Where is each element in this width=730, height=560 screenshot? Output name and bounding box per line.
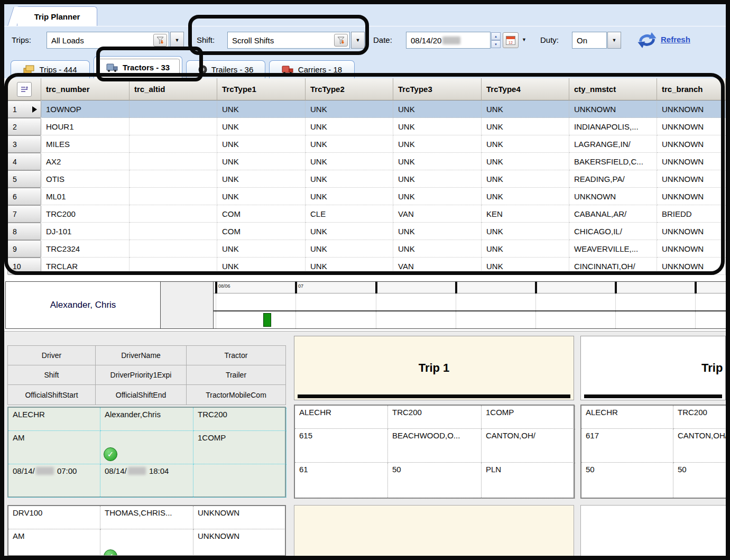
cell-TrcType2[interactable]: UNK — [306, 100, 393, 118]
row-number[interactable]: 8 — [7, 223, 41, 240]
cell-TrcType4[interactable]: UNK — [482, 258, 569, 275]
driver-card-2[interactable]: DRV100THOMAS,CHRIS...UNKNOWNAM✓UNKNOWN — [7, 505, 286, 556]
driver-card-cell[interactable]: 08/14/ 07:00 — [8, 464, 100, 498]
trip-card-cell[interactable]: 50 — [581, 463, 673, 499]
cell-TrcType2[interactable]: UNK — [306, 188, 393, 205]
driver-card-cell[interactable]: ✓ — [100, 529, 193, 556]
trip-card-cell[interactable]: BEACHWOOD,O... — [388, 429, 482, 463]
filter-funnel-icon[interactable] — [153, 34, 167, 47]
table-row[interactable]: 4AX2UNKUNKUNKUNKBAKERSFIELD,C...UNKNOWN — [7, 153, 726, 170]
driver-card-cell[interactable]: DRV100 — [8, 506, 100, 529]
cell-TrcType2[interactable]: CLE — [306, 205, 393, 223]
cell-cty_nmstct[interactable]: UNKNOWN — [569, 100, 657, 118]
timeline-track-upper[interactable] — [214, 293, 726, 311]
cell-TrcType4[interactable]: UNK — [482, 153, 569, 170]
refresh-icon[interactable] — [636, 31, 658, 51]
cell-cty_nmstct[interactable]: READING,PA/ — [569, 170, 657, 188]
trip-card-cell[interactable]: 50 — [673, 463, 726, 499]
cell-trc_number[interactable]: HOUR1 — [41, 118, 130, 135]
cell-trc_branch[interactable]: BRIEDD — [657, 205, 726, 223]
cell-trc_altid[interactable] — [130, 100, 217, 118]
cell-TrcType4[interactable]: UNK — [482, 135, 569, 153]
cell-TrcType4[interactable]: KEN — [482, 205, 569, 223]
column-header-TrcType2[interactable]: TrcType2 — [306, 78, 393, 100]
cell-TrcType2[interactable]: UNK — [306, 240, 393, 258]
timeline-track-lower[interactable] — [214, 311, 726, 329]
trip1-card[interactable]: ALECHRTRC2001COMP615BEACHWOOD,O...CANTON… — [294, 405, 575, 499]
row-number[interactable]: 7 — [7, 205, 41, 223]
cell-trc_number[interactable]: DJ-101 — [41, 223, 130, 240]
trip2-header[interactable]: Trip — [580, 336, 726, 400]
cell-trc_altid[interactable] — [130, 205, 217, 223]
column-header-cty_nmstct[interactable]: cty_nmstct — [569, 78, 657, 100]
tab-trailers[interactable]: Trailers - 36 — [186, 60, 265, 78]
trip1-header[interactable]: Trip 1 — [294, 336, 574, 400]
row-number[interactable]: 1 — [7, 100, 41, 118]
cell-TrcType2[interactable]: UNK — [306, 170, 393, 188]
cell-TrcType1[interactable]: UNK — [217, 240, 306, 258]
driver-card-cell[interactable] — [193, 464, 287, 498]
cell-TrcType3[interactable]: UNK — [393, 223, 482, 240]
cell-TrcType1[interactable]: UNK — [217, 188, 306, 205]
trip-card-cell[interactable]: ALECHR — [295, 406, 388, 429]
cell-trc_number[interactable]: ML01 — [41, 188, 130, 205]
cell-TrcType2[interactable]: UNK — [306, 223, 393, 240]
gantt-bar[interactable] — [263, 313, 271, 327]
cell-TrcType1[interactable]: UNK — [217, 170, 306, 188]
cell-cty_nmstct[interactable]: CINCINNATI,OH/ — [569, 258, 657, 275]
cell-cty_nmstct[interactable]: LAGRANGE,IN/ — [569, 135, 657, 153]
cell-trc_number[interactable]: TRCLAR — [41, 258, 130, 275]
cell-TrcType2[interactable]: UNK — [306, 153, 393, 170]
trips-dropdown-button[interactable]: ▼ — [170, 32, 184, 49]
cell-TrcType4[interactable]: UNK — [482, 188, 569, 205]
row-number[interactable]: 2 — [7, 118, 41, 135]
trip-card-cell[interactable]: TRC200 — [673, 406, 726, 429]
driver-card-cell[interactable]: AM — [8, 529, 100, 556]
refresh-link[interactable]: Refresh — [661, 35, 690, 44]
cell-cty_nmstct[interactable]: CABANAL,AR/ — [569, 205, 657, 223]
calendar-dropdown-icon[interactable]: ▼ — [522, 37, 526, 42]
cell-trc_branch[interactable]: UNKNOWN — [657, 100, 726, 118]
column-header-TrcType1[interactable]: TrcType1 — [217, 78, 306, 100]
driver-card-cell[interactable]: THOMAS,CHRIS... — [100, 506, 193, 529]
cell-trc_altid[interactable] — [130, 170, 217, 188]
table-row[interactable]: 9TRC2324UNKUNKUNKUNKWEAVERVILLE,...UNKNO… — [7, 240, 726, 258]
column-header-TrcType4[interactable]: TrcType4 — [482, 78, 569, 100]
cell-trc_branch[interactable]: UNKNOWN — [657, 170, 726, 188]
row-number[interactable]: 3 — [7, 135, 41, 153]
trip-card-cell[interactable]: 61 — [295, 463, 388, 499]
column-header-trc_branch[interactable]: trc_branch — [657, 78, 726, 100]
cell-TrcType4[interactable]: UNK — [482, 223, 569, 240]
cell-TrcType4[interactable]: UNK — [482, 170, 569, 188]
cell-trc_number[interactable]: MILES — [41, 135, 130, 153]
table-row[interactable]: 11OWNOPUNKUNKUNKUNKUNKNOWNUNKNOWN — [7, 100, 726, 118]
date-spinner[interactable]: ▲ ▼ — [491, 32, 501, 48]
cell-trc_altid[interactable] — [130, 188, 217, 205]
cell-trc_altid[interactable] — [130, 258, 217, 275]
cell-TrcType2[interactable]: UNK — [306, 135, 393, 153]
calendar-picker-button[interactable] — [503, 32, 519, 48]
cell-TrcType1[interactable]: UNK — [217, 135, 306, 153]
cell-TrcType3[interactable]: UNK — [393, 100, 482, 118]
driver-card-cell[interactable]: UNKNOWN — [193, 506, 286, 529]
cell-trc_altid[interactable] — [130, 135, 217, 153]
table-row[interactable]: 5OTISUNKUNKUNKUNKREADING,PA/UNKNOWN — [7, 170, 726, 188]
cell-TrcType4[interactable]: UNK — [482, 240, 569, 258]
cell-TrcType1[interactable]: UNK — [217, 100, 306, 118]
shift-filter-select[interactable]: Scroll Shifts — [227, 32, 350, 49]
trip-card-cell[interactable]: CANTON,OH/ — [673, 429, 726, 463]
cell-TrcType3[interactable]: VAN — [393, 205, 482, 223]
cell-TrcType3[interactable]: UNK — [393, 153, 482, 170]
cell-trc_branch[interactable]: UNKNOWN — [657, 188, 726, 205]
cell-trc_altid[interactable] — [130, 223, 217, 240]
cell-cty_nmstct[interactable]: BAKERSFIELD,C... — [569, 153, 657, 170]
driver-card-cell[interactable]: Alexander,Chris — [100, 408, 193, 431]
cell-TrcType2[interactable]: UNK — [306, 258, 393, 275]
driver-card-selected[interactable]: ALECHRAlexander,ChrisTRC200AM✓1COMP08/14… — [7, 407, 286, 498]
cell-TrcType4[interactable]: UNK — [482, 118, 569, 135]
tab-trips[interactable]: Trips - 444 — [11, 60, 90, 78]
row-number[interactable]: 9 — [7, 240, 41, 258]
cell-cty_nmstct[interactable]: INDIANAPOLIS,... — [569, 118, 657, 135]
driver-card-cell[interactable]: AM — [8, 431, 100, 464]
table-row[interactable]: 8DJ-101COMUNKUNKUNKCHICAGO,IL/UNKNOWN — [7, 223, 726, 240]
